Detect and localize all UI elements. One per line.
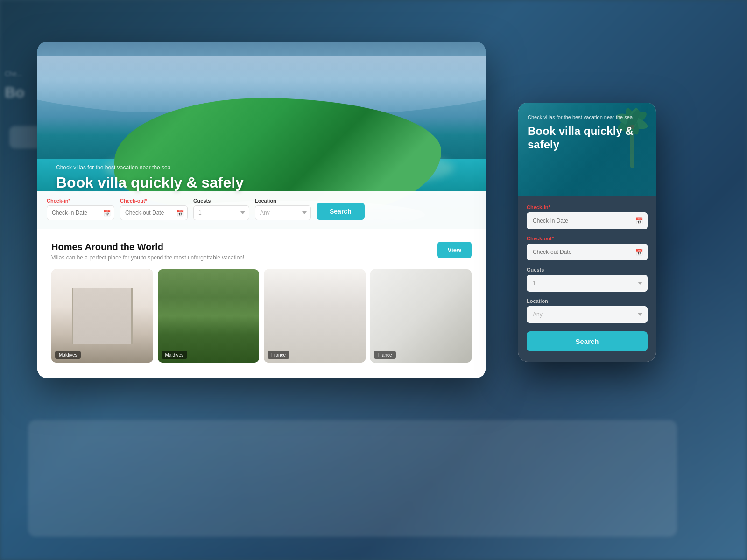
mobile-location-label: Location (527, 298, 648, 304)
bg-text-hint2: Che... (5, 70, 22, 77)
guests-label: Guests (193, 198, 249, 203)
mobile-checkout-wrap: 📅 (527, 244, 648, 260)
section-header-text: Homes Around the World Villas can be a p… (51, 242, 244, 261)
mobile-hero-text: Check villas for the best vacation near … (528, 114, 647, 152)
location-field: Location Any Maldives France Italy Spain (255, 198, 311, 220)
mobile-hero-subtitle: Check villas for the best vacation near … (528, 114, 647, 121)
mobile-checkout-input[interactable] (527, 244, 648, 260)
mobile-checkout-label: Check-out* (527, 236, 648, 241)
mobile-guests-select[interactable]: 1 2 3 4+ (527, 275, 648, 292)
checkout-date-wrap: 📅 (120, 205, 188, 220)
mobile-hero-title: Book villa quickly & safely (528, 125, 647, 152)
mobile-checkin-input[interactable] (527, 212, 648, 229)
mobile-card: Check villas for the best vacation near … (518, 103, 656, 362)
location-select[interactable]: Any Maldives France Italy Spain (255, 205, 311, 220)
checkin-label: Check-in* (47, 198, 114, 203)
section-header: Homes Around the World Villas can be a p… (51, 242, 472, 261)
checkin-field: Check-in* 📅 (47, 198, 114, 220)
desktop-search-button[interactable]: Search (317, 203, 365, 220)
mobile-checkout-calendar-icon: 📅 (635, 249, 643, 256)
hero-subtitle: Check villas for the best vacation near … (56, 164, 244, 171)
photo-card-4[interactable]: France (370, 269, 472, 363)
mobile-location-field: Location Any Maldives France Italy Spain (527, 298, 648, 323)
homes-section: Homes Around the World Villas can be a p… (37, 229, 486, 376)
photo-label-4: France (374, 351, 396, 359)
mobile-hero: Check villas for the best vacation near … (518, 103, 656, 196)
hero-text-block: Check villas for the best vacation near … (56, 164, 244, 191)
mobile-guests-label: Guests (527, 267, 648, 273)
search-bar: Check-in* 📅 Check-out* 📅 Guests (37, 191, 486, 229)
guests-field: Guests 1 2 3 4+ (193, 198, 249, 220)
mobile-form: Check-in* 📅 Check-out* 📅 Guests 1 2 3 4+ (518, 196, 656, 362)
photo-label-2: Maldives (162, 351, 187, 359)
homes-title: Homes Around the World (51, 242, 244, 252)
photo-label-3: France (268, 351, 289, 359)
mobile-checkin-calendar-icon: 📅 (635, 217, 643, 224)
hero-title: Book villa quickly & safely (56, 174, 244, 191)
guests-select[interactable]: 1 2 3 4+ (193, 205, 249, 220)
photo-card-3[interactable]: France (264, 269, 366, 363)
mobile-checkin-wrap: 📅 (527, 212, 648, 229)
main-desktop-card: Check villas for the best vacation near … (37, 42, 486, 378)
checkout-label: Check-out* (120, 198, 188, 203)
mobile-search-button[interactable]: Search (527, 331, 648, 351)
photo-card-2[interactable]: Maldives (158, 269, 260, 363)
photo-label-1: Maldives (55, 351, 81, 359)
bg-text-hint: Bo (5, 84, 25, 101)
mobile-location-select[interactable]: Any Maldives France Italy Spain (527, 306, 648, 323)
photo-card-1[interactable]: Maldives (51, 269, 153, 363)
mobile-checkin-field: Check-in* 📅 (527, 204, 648, 229)
mobile-guests-field: Guests 1 2 3 4+ (527, 267, 648, 292)
checkout-field: Check-out* 📅 (120, 198, 188, 220)
checkin-input[interactable] (47, 205, 114, 220)
mobile-checkout-field: Check-out* 📅 (527, 236, 648, 260)
view-all-button[interactable]: View (437, 242, 472, 258)
mobile-checkin-label: Check-in* (527, 204, 648, 210)
bg-bottom-card (28, 420, 677, 537)
location-label: Location (255, 198, 311, 203)
homes-subtitle: Villas can be a perfect place for you to… (51, 254, 244, 261)
hero-section: Check villas for the best vacation near … (37, 42, 486, 229)
checkin-date-wrap: 📅 (47, 205, 114, 220)
checkout-input[interactable] (120, 205, 188, 220)
photo-grid: Maldives Maldives France France (51, 269, 472, 363)
